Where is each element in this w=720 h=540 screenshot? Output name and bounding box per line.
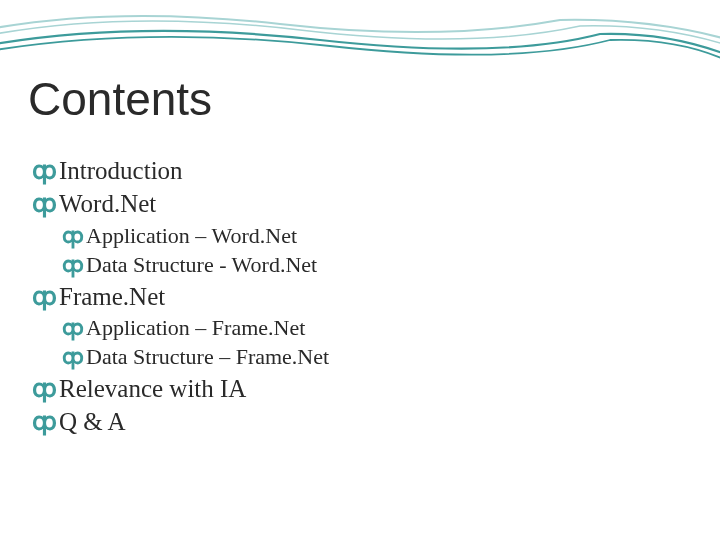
item-text: Application – Frame.Net [86, 314, 305, 342]
contents-list: ȹ Introduction ȹ Word.Net ȹ Application … [32, 155, 672, 439]
item-text: Relevance with IA [59, 373, 246, 404]
list-item: ȹ Data Structure - Word.Net [62, 251, 672, 279]
bullet-icon: ȹ [32, 376, 57, 401]
item-text: Q & A [59, 406, 126, 437]
bullet-icon: ȹ [32, 284, 57, 309]
slide-title: Contents [28, 72, 212, 126]
list-item: ȹ Frame.Net [32, 281, 672, 312]
bullet-icon: ȹ [32, 409, 57, 434]
item-text: Word.Net [59, 188, 156, 219]
bullet-icon: ȹ [32, 158, 57, 183]
item-text: Introduction [59, 155, 183, 186]
bullet-icon: ȹ [62, 317, 84, 339]
list-item: ȹ Application – Word.Net [62, 222, 672, 250]
item-text: Data Structure – Frame.Net [86, 343, 329, 371]
bullet-icon: ȹ [32, 191, 57, 216]
list-item: ȹ Relevance with IA [32, 373, 672, 404]
item-text: Frame.Net [59, 281, 165, 312]
slide-top-decoration [0, 0, 720, 70]
list-item: ȹ Data Structure – Frame.Net [62, 343, 672, 371]
list-item: ȹ Application – Frame.Net [62, 314, 672, 342]
item-text: Application – Word.Net [86, 222, 297, 250]
list-item: ȹ Q & A [32, 406, 672, 437]
item-text: Data Structure - Word.Net [86, 251, 317, 279]
list-item: ȹ Introduction [32, 155, 672, 186]
bullet-icon: ȹ [62, 225, 84, 247]
bullet-icon: ȹ [62, 346, 84, 368]
list-item: ȹ Word.Net [32, 188, 672, 219]
bullet-icon: ȹ [62, 254, 84, 276]
